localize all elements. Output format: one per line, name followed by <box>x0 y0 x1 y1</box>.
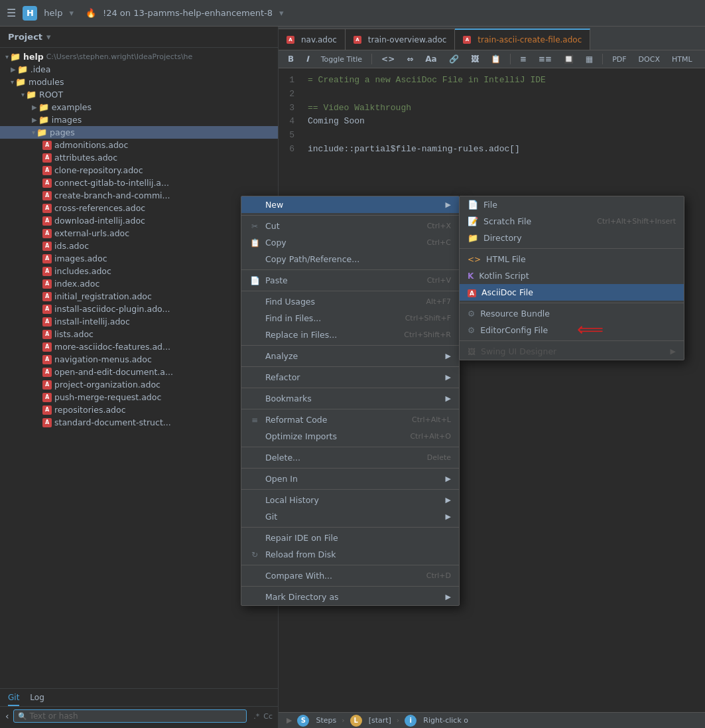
git-search-input[interactable]: 🔍 Text or hash <box>13 709 247 723</box>
submenu-item-file[interactable]: 📄 File <box>460 196 684 213</box>
submenu-item-html[interactable]: <> HTML File <box>460 251 684 267</box>
list-item[interactable]: A lists.adoc <box>0 328 278 340</box>
root-folder-label: help <box>23 52 44 62</box>
sidebar-item-idea[interactable]: ▶ 📁 .idea <box>0 63 278 76</box>
list-item[interactable]: A standard-document-struct... <box>0 416 278 429</box>
list-item[interactable]: A install-intellij.adoc <box>0 315 278 328</box>
pdf-button[interactable]: PDF <box>608 54 630 65</box>
list-item[interactable]: A admonitions.adoc <box>0 139 278 151</box>
tab-git[interactable]: Git <box>8 693 19 706</box>
list-item[interactable]: A project-organization.adoc <box>0 378 278 391</box>
start-label: [start] <box>369 716 391 725</box>
menu-item-mark-directory[interactable]: Mark Directory as ▶ <box>241 589 459 605</box>
ordered-list-button[interactable]: ≡≡ <box>535 53 556 65</box>
list-item[interactable]: A repositories.adoc <box>0 403 278 416</box>
branch-info-label[interactable]: !24 on 13-pamms-help-enhancement-8 <box>103 8 273 18</box>
menu-item-copy-path[interactable]: Copy Path/Reference... <box>241 251 459 267</box>
list-item[interactable]: A clone-repository.adoc <box>0 164 278 177</box>
sidebar-item-examples[interactable]: ▶ 📁 examples <box>0 101 278 113</box>
copy-path-label: Copy Path/Reference... <box>265 254 359 264</box>
modules-label: modules <box>29 77 64 87</box>
sidebar-item-root[interactable]: ▾ 📁 ROOT <box>0 88 278 101</box>
branch-dropdown-arrow[interactable]: ▾ <box>279 8 284 18</box>
list-item[interactable]: A includes.adoc <box>0 265 278 277</box>
list-item[interactable]: A create-branch-and-commi... <box>0 189 278 202</box>
menu-item-optimize[interactable]: Optimize Imports Ctrl+Alt+O <box>241 428 459 445</box>
list-button[interactable]: ≡ <box>516 53 531 65</box>
menu-item-bookmarks[interactable]: Bookmarks ▶ <box>241 390 459 407</box>
root-folder-icon2: 📁 <box>26 90 36 100</box>
menu-item-find-usages[interactable]: Find Usages Alt+F7 <box>241 293 459 310</box>
menu-item-paste[interactable]: 📄 Paste Ctrl+V <box>241 272 459 289</box>
list-item[interactable]: A navigation-menus.adoc <box>0 353 278 366</box>
list-item[interactable]: A open-and-edit-document.a... <box>0 366 278 378</box>
menu-item-copy[interactable]: 📋 Copy Ctrl+C <box>241 234 459 251</box>
submenu-item-editor-config[interactable]: ⚙ EditorConfig File <box>460 322 684 338</box>
html-button[interactable]: HTML <box>668 54 696 65</box>
menu-item-find-in-files[interactable]: Find in Files... Ctrl+Shift+F <box>241 310 459 327</box>
menu-item-open-in[interactable]: Open In ▶ <box>241 471 459 487</box>
menu-item-refactor[interactable]: Refactor ▶ <box>241 369 459 386</box>
menu-item-replace-in-files[interactable]: Replace in Files... Ctrl+Shift+R <box>241 327 459 343</box>
bold-button[interactable]: B <box>284 53 298 65</box>
image-button[interactable]: 🖼 <box>467 53 483 65</box>
menu-item-analyze[interactable]: Analyze ▶ <box>241 348 459 364</box>
adoc-file-icon: A <box>42 393 52 402</box>
sidebar-item-modules[interactable]: ▾ 📁 modules <box>0 76 278 88</box>
case-button[interactable]: Cc <box>263 712 273 721</box>
list-item[interactable]: A attributes.adoc <box>0 151 278 164</box>
tab-log[interactable]: Log <box>30 693 44 706</box>
list-item[interactable]: A download-intellij.adoc <box>0 214 278 227</box>
italic-button[interactable]: I <box>302 53 312 65</box>
link-button[interactable]: 🔗 <box>445 53 463 65</box>
list-item[interactable]: A images.adoc <box>0 252 278 265</box>
sidebar-item-images[interactable]: ▶ 📁 images <box>0 113 278 126</box>
list-item[interactable]: A more-asciidoc-features.ad... <box>0 340 278 353</box>
list-item[interactable]: A external-urls.adoc <box>0 227 278 240</box>
submenu-item-scratch[interactable]: 📝 Scratch File Ctrl+Alt+Shift+Insert <box>460 213 684 230</box>
list-item[interactable]: A initial_registration.adoc <box>0 290 278 303</box>
tab-train-create[interactable]: A train-ascii-create-file.adoc <box>455 29 590 50</box>
menu-item-new[interactable]: New ▶ <box>241 196 459 213</box>
table-button[interactable]: 📋 <box>487 53 505 65</box>
list-item[interactable]: A connect-gitlab-to-intellij.a... <box>0 177 278 189</box>
list-item[interactable]: A install-asciidoc-plugin.ado... <box>0 303 278 315</box>
reformat-shortcut: Ctrl+Alt+L <box>412 415 451 424</box>
menu-item-git[interactable]: Git ▶ <box>241 508 459 525</box>
block-button[interactable]: 🔲 <box>560 53 578 65</box>
tab-nav-adoc[interactable]: A nav.adoc <box>279 29 346 50</box>
menu-item-cut[interactable]: ✂ Cut Ctrl+X <box>241 218 459 234</box>
regex-button[interactable]: .* <box>253 712 259 721</box>
tab-train-overview[interactable]: A train-overview.adoc <box>346 29 456 50</box>
menu-item-reload[interactable]: ↻ Reload from Disk <box>241 546 459 563</box>
adoc-file-icon: A <box>42 405 52 415</box>
code-line-4: Coming Soon <box>308 115 697 129</box>
file-label: lists.adoc <box>54 329 94 339</box>
menu-item-delete[interactable]: Delete... Delete <box>241 449 459 466</box>
hamburger-menu-icon[interactable]: ☰ <box>7 7 16 19</box>
dropdown-arrow-icon[interactable]: ▾ <box>69 8 74 18</box>
list-item[interactable]: A index.adoc <box>0 277 278 290</box>
list-item[interactable]: A ids.adoc <box>0 240 278 252</box>
menu-item-local-history[interactable]: Local History ▶ <box>241 492 459 508</box>
docx-button[interactable]: DOCX <box>635 54 664 65</box>
tree-root[interactable]: ▾ 📁 help C:\Users\stephen.wright\IdeaPro… <box>0 50 278 63</box>
menu-item-compare[interactable]: Compare With... Ctrl+D <box>241 567 459 584</box>
nav-prev-button[interactable]: ‹ <box>5 711 9 721</box>
submenu-item-resource[interactable]: ⚙ Resource Bundle <box>460 305 684 322</box>
project-dropdown-icon[interactable]: ▾ <box>46 32 51 42</box>
highlight-button[interactable]: Aa <box>421 53 440 65</box>
code-button[interactable]: <> <box>377 53 399 65</box>
list-item[interactable]: A cross-references.adoc <box>0 202 278 214</box>
submenu-item-kotlin[interactable]: K Kotlin Script <box>460 267 684 284</box>
list-item[interactable]: A push-merge-request.adoc <box>0 391 278 403</box>
menu-item-reformat[interactable]: ≡ Reformat Code Ctrl+Alt+L <box>241 411 459 428</box>
menu-item-repair-ide[interactable]: Repair IDE on File <box>241 530 459 546</box>
submenu-item-asciidoc[interactable]: A AsciiDoc File <box>460 284 684 301</box>
toggle-title-button[interactable]: Toggle Title <box>317 54 366 65</box>
grid-button[interactable]: ▦ <box>582 53 597 65</box>
submenu-item-directory[interactable]: 📁 Directory <box>460 230 684 246</box>
strikethrough-button[interactable]: ⇔ <box>403 53 417 65</box>
open-in-label: Open In <box>265 474 298 484</box>
sidebar-item-pages[interactable]: ▾ 📁 pages <box>0 126 278 139</box>
